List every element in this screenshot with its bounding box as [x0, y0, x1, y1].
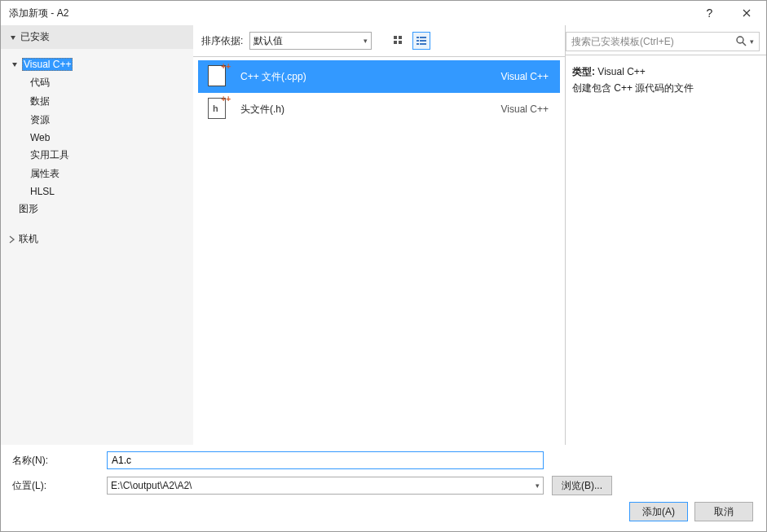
sort-by-combo[interactable]: 默认值 ▾	[249, 32, 372, 50]
tree-leaf-web[interactable]: Web	[30, 130, 193, 146]
name-input[interactable]	[107, 451, 544, 469]
svg-point-10	[737, 37, 743, 43]
name-label: 名称(N):	[12, 454, 107, 468]
template-toolbar: 排序依据: 默认值 ▾	[193, 25, 565, 57]
installed-header[interactable]: 已安装	[1, 25, 193, 49]
svg-rect-1	[399, 36, 402, 39]
search-area: 搜索已安装模板(Ctrl+E) ▾	[566, 25, 766, 55]
template-item-header[interactable]: h++ 头文件(.h) Visual C++	[198, 93, 560, 125]
location-row: 位置(L): E:\C\output\A2\A2\ ▾ 浏览(B)...	[12, 476, 755, 495]
installed-label: 已安装	[20, 30, 50, 44]
svg-rect-3	[399, 41, 402, 44]
location-combo[interactable]: E:\C\output\A2\A2\ ▾	[107, 477, 544, 495]
grid-icon	[393, 35, 404, 46]
template-detail: 类型: Visual C++ 创建包含 C++ 源代码的文件	[566, 55, 766, 105]
detail-description: 创建包含 C++ 源代码的文件	[572, 80, 760, 96]
svg-rect-4	[417, 37, 419, 38]
chevron-down-icon: ▾	[536, 481, 540, 490]
dialog-body: 已安装 Visual C++ 代码 数据 资源 Web 实用工具	[1, 25, 766, 531]
tree-node-visual-cpp[interactable]: Visual C++	[7, 55, 193, 73]
chevron-down-icon: ▾	[364, 37, 368, 45]
svg-rect-5	[420, 37, 426, 38]
list-icon	[416, 35, 427, 46]
titlebar: 添加新项 - A2 ?	[1, 1, 766, 25]
dropdown-icon: ▾	[750, 37, 754, 46]
template-list: ++ C++ 文件(.cpp) Visual C++ h++ 头文件(.h) V…	[193, 57, 565, 445]
view-small-icons-button[interactable]	[412, 32, 430, 50]
tree-node-online[interactable]: 联机	[7, 230, 193, 248]
close-button[interactable]	[728, 1, 765, 25]
main-row: 已安装 Visual C++ 代码 数据 资源 Web 实用工具	[1, 25, 766, 445]
tree-leaf-resource[interactable]: 资源	[30, 111, 193, 130]
tree-leaf-hlsl[interactable]: HLSL	[30, 183, 193, 200]
header-file-icon: h++	[206, 98, 229, 121]
chevron-right-icon	[7, 235, 15, 244]
right-pane: 搜索已安装模板(Ctrl+E) ▾ 类型: Visual C++ 创建包含 C+…	[566, 25, 766, 445]
template-name: 头文件(.h)	[240, 103, 490, 117]
tree-leaf-propsheet[interactable]: 属性表	[30, 165, 193, 183]
tree-node-label: Visual C++	[22, 58, 73, 71]
svg-rect-7	[420, 40, 426, 42]
bottom-form: 名称(N): 位置(L): E:\C\output\A2\A2\ ▾ 浏览(B)…	[1, 445, 766, 531]
add-button[interactable]: 添加(A)	[629, 502, 688, 521]
help-button[interactable]: ?	[691, 1, 728, 25]
browse-button[interactable]: 浏览(B)...	[552, 476, 612, 495]
svg-rect-2	[394, 41, 397, 44]
svg-rect-8	[417, 43, 419, 45]
add-new-item-dialog: 添加新项 - A2 ? 已安装 Visual	[0, 0, 767, 532]
tree-node-graphics[interactable]: 图形	[7, 200, 193, 218]
template-category: Visual C++	[501, 103, 552, 115]
detail-type-value: Visual C++	[597, 66, 645, 77]
chevron-down-icon	[11, 60, 19, 68]
location-value: E:\C\output\A2\A2\	[111, 480, 192, 491]
tree-leaf-code[interactable]: 代码	[30, 73, 193, 92]
template-name: C++ 文件(.cpp)	[240, 70, 490, 84]
sidebar: 已安装 Visual C++ 代码 数据 资源 Web 实用工具	[1, 25, 193, 445]
close-icon	[743, 9, 751, 17]
location-label: 位置(L):	[12, 479, 107, 493]
svg-rect-0	[394, 36, 397, 39]
detail-type-label: 类型:	[572, 66, 595, 77]
template-tree: Visual C++ 代码 数据 资源 Web 实用工具 属性表 HLSL 图形	[1, 49, 193, 255]
svg-rect-9	[420, 43, 426, 45]
search-placeholder: 搜索已安装模板(Ctrl+E)	[571, 35, 674, 49]
tree-node-label: 联机	[19, 232, 38, 246]
cpp-file-icon: ++	[206, 65, 229, 88]
search-icon	[735, 35, 747, 49]
template-item-cpp[interactable]: ++ C++ 文件(.cpp) Visual C++	[198, 60, 560, 93]
cancel-button[interactable]: 取消	[694, 502, 753, 521]
name-row: 名称(N):	[12, 451, 755, 469]
template-category: Visual C++	[501, 71, 552, 82]
tree-leaf-data[interactable]: 数据	[30, 92, 193, 111]
tree-children-visual-cpp: 代码 数据 资源 Web 实用工具 属性表 HLSL	[7, 73, 193, 200]
dialog-footer: 添加(A) 取消	[12, 502, 755, 521]
search-input[interactable]: 搜索已安装模板(Ctrl+E) ▾	[566, 32, 760, 51]
sort-by-label: 排序依据:	[201, 34, 243, 48]
view-medium-icons-button[interactable]	[390, 32, 408, 50]
window-title: 添加新项 - A2	[9, 7, 691, 20]
tree-node-label: 图形	[19, 202, 38, 216]
center-pane: 排序依据: 默认值 ▾	[193, 25, 566, 445]
sort-by-value: 默认值	[253, 34, 283, 48]
tree-leaf-utility[interactable]: 实用工具	[30, 146, 193, 165]
chevron-down-icon	[9, 33, 17, 42]
svg-rect-6	[417, 40, 419, 42]
